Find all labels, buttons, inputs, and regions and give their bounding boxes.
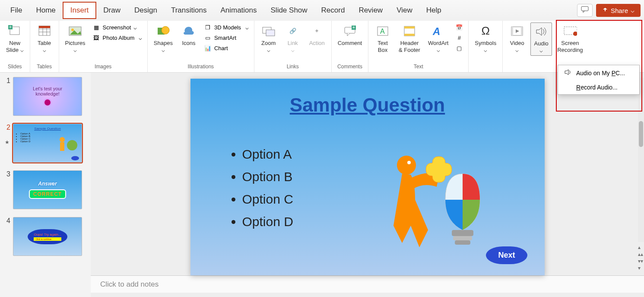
chart-button[interactable]: 📊Chart xyxy=(202,43,251,53)
tab-slideshow[interactable]: Slide Show xyxy=(264,3,314,18)
prev-slide-double[interactable]: ▴▴ xyxy=(638,251,643,257)
thumb-4[interactable]: Oops! Try again... Click to continue xyxy=(13,217,82,256)
tab-file[interactable]: File xyxy=(3,3,29,18)
new-slide-button[interactable]: + NewSlide ⌵ xyxy=(3,22,26,55)
symbols-button[interactable]: Ω Symbols⌵ xyxy=(472,22,499,55)
3d-models-button[interactable]: ❒3D Models ⌵ xyxy=(202,22,251,32)
thumb-row-2[interactable]: 2★ Sample Question Option A Option B Opt… xyxy=(3,124,88,163)
photo-album-icon: 🖼 xyxy=(92,34,100,42)
tab-insert[interactable]: Insert xyxy=(63,2,97,19)
pictures-label: Pictures⌵ xyxy=(65,40,86,53)
thumb-3[interactable]: Answer CORRECT xyxy=(13,170,82,209)
comment-button[interactable]: + Comment xyxy=(335,22,365,48)
header-footer-icon xyxy=(403,24,416,38)
smartart-icon: ▭ xyxy=(204,34,212,42)
slide-title[interactable]: Sample Question xyxy=(190,94,545,116)
slide-canvas[interactable]: Sample Question Option A Option B Option… xyxy=(190,79,545,275)
next-slide-button[interactable]: ▾ xyxy=(638,265,643,271)
option-d[interactable]: Option D xyxy=(242,214,293,229)
slide-options-list[interactable]: Option A Option B Option C Option D xyxy=(242,139,293,237)
thumb2-title: Sample Question xyxy=(16,127,79,131)
notes-pane[interactable]: Click to add notes xyxy=(91,275,644,293)
audio-dropdown-menu: Audio on My PC... Record Audio... xyxy=(558,65,640,95)
prev-slide-button[interactable]: ▴ xyxy=(638,244,643,250)
chevron-down-icon: ⌵ xyxy=(631,6,634,14)
tab-record[interactable]: Record xyxy=(314,3,352,18)
svg-point-40 xyxy=(407,161,411,164)
thumb-2[interactable]: Sample Question Option A Option B Option… xyxy=(13,124,82,163)
photo-album-button[interactable]: 🖼Photo Album ⌵ xyxy=(91,33,144,42)
icons-icon xyxy=(182,24,196,38)
svg-marker-29 xyxy=(536,28,542,35)
pictures-button[interactable]: Pictures⌵ xyxy=(63,22,88,55)
new-slide-icon: + xyxy=(8,24,22,38)
person-puzzle-bulb-clipart[interactable] xyxy=(368,139,497,256)
scrollbar-thumb[interactable] xyxy=(639,121,643,147)
svg-rect-38 xyxy=(455,240,470,245)
tab-review[interactable]: Review xyxy=(352,3,390,18)
option-b[interactable]: Option B xyxy=(242,169,293,184)
date-time-button[interactable]: 📅 xyxy=(454,22,465,32)
video-button[interactable]: Video⌵ xyxy=(506,22,528,55)
ribbon-insert: + NewSlide ⌵ Slides Table⌵ Tables Pictur… xyxy=(0,21,644,73)
share-button[interactable]: Share ⌵ xyxy=(596,4,641,17)
svg-rect-9 xyxy=(39,26,50,28)
audio-pc-label: Audio on My PC... xyxy=(576,70,625,77)
thumb-1[interactable]: Let's test yourknowledge! xyxy=(13,77,82,116)
slide-number-button[interactable]: # xyxy=(454,33,465,42)
3d-models-label: 3D Models xyxy=(214,24,241,31)
option-c[interactable]: Option C xyxy=(242,192,293,207)
tab-transitions[interactable]: Transitions xyxy=(164,3,214,18)
comments-pane-button[interactable] xyxy=(577,4,593,17)
group-tables: Table⌵ Tables xyxy=(30,21,59,72)
header-footer-button[interactable]: Header& Footer xyxy=(396,22,423,55)
table-label: Table⌵ xyxy=(38,40,51,53)
zoom-label: Zoom⌵ xyxy=(261,40,276,53)
smartart-button[interactable]: ▭SmartArt xyxy=(202,33,251,42)
tab-help[interactable]: Help xyxy=(419,3,448,18)
thumb-row-3[interactable]: 3 Answer CORRECT xyxy=(3,170,88,209)
screenshot-label: Screenshot xyxy=(103,24,131,31)
tab-design[interactable]: Design xyxy=(127,3,164,18)
audio-on-my-pc-item[interactable]: Audio on My PC... xyxy=(558,65,639,80)
next-slide-double[interactable]: ▾▾ xyxy=(638,258,643,264)
tab-view[interactable]: View xyxy=(390,3,419,18)
option-a[interactable]: Option A xyxy=(242,147,293,162)
thumb-row-4[interactable]: 4 Oops! Try again... Click to continue xyxy=(3,217,88,256)
group-comments: + Comment Comments xyxy=(332,21,368,72)
main-area: 1 Let's test yourknowledge! 2★ Sample Qu… xyxy=(0,73,644,297)
wordart-icon: A xyxy=(431,24,445,38)
group-slides: + NewSlide ⌵ Slides xyxy=(0,21,30,72)
tab-home[interactable]: Home xyxy=(29,3,62,18)
thumb3-correct: CORRECT xyxy=(29,189,66,199)
record-audio-item[interactable]: Record Audio... xyxy=(558,80,639,94)
pictures-icon xyxy=(68,24,82,38)
svg-point-13 xyxy=(162,26,169,34)
shapes-button[interactable]: Shapes⌵ xyxy=(151,22,175,55)
next-button[interactable]: Next xyxy=(486,246,527,264)
vertical-scrollbar[interactable] xyxy=(638,78,644,242)
tab-draw[interactable]: Draw xyxy=(96,3,127,18)
smartart-label: SmartArt xyxy=(214,35,236,41)
icons-button[interactable]: Icons xyxy=(178,22,200,48)
thumb-row-1[interactable]: 1 Let's test yourknowledge! xyxy=(3,77,88,116)
object-button[interactable]: ▢ xyxy=(454,43,465,53)
thumb1-line2: knowledge! xyxy=(35,91,60,96)
shapes-label: Shapes⌵ xyxy=(154,40,173,53)
table-button[interactable]: Table⌵ xyxy=(34,22,55,55)
slide-thumbnails-panel[interactable]: 1 Let's test yourknowledge! 2★ Sample Qu… xyxy=(0,73,91,297)
audio-button[interactable]: Audio⌵ xyxy=(530,22,552,56)
wordart-button[interactable]: A WordArt⌵ xyxy=(425,22,451,55)
textbox-button[interactable]: A TextBox xyxy=(372,22,393,55)
audio-label: Audio⌵ xyxy=(534,40,549,54)
svg-text:+: + xyxy=(9,25,12,29)
thumb-number: 4 xyxy=(3,217,10,225)
slide-nav-buttons: ▴ ▴▴ ▾▾ ▾ xyxy=(638,244,643,271)
screenshot-button[interactable]: ▦Screenshot ⌵ xyxy=(91,22,144,32)
zoom-button[interactable]: Zoom⌵ xyxy=(258,22,279,55)
screen-recording-button[interactable]: ScreenRecording xyxy=(555,22,585,55)
icons-label: Icons xyxy=(182,40,195,47)
group-label-illustrations: Illustrations xyxy=(187,63,214,70)
tab-animations[interactable]: Animations xyxy=(213,3,263,18)
group-symbols: Ω Symbols⌵ xyxy=(469,21,503,72)
